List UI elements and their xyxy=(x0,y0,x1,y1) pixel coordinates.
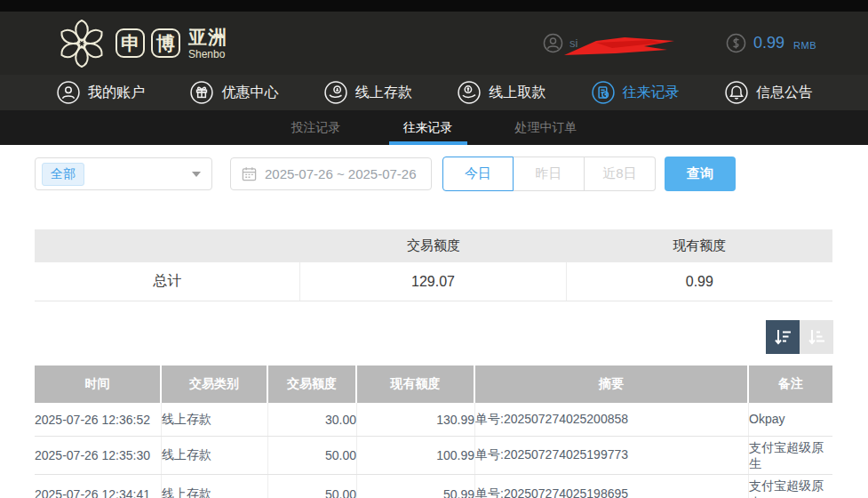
nav-label: 优惠中心 xyxy=(221,84,278,102)
cell-summary: 单号:202507274025198695 xyxy=(475,475,749,498)
category-dropdown[interactable]: 全部 xyxy=(35,157,212,190)
flower-logo-icon xyxy=(55,17,108,70)
bell-icon xyxy=(725,81,748,104)
date-range-input[interactable]: 2025-07-26 ~ 2025-07-26 xyxy=(230,157,432,190)
table-row: 2025-07-26 12:34:41 线上存款 50.00 50.99 单号:… xyxy=(35,475,832,498)
today-button[interactable]: 今日 xyxy=(442,157,514,191)
main-nav: 我的账户 优惠中心 线上存款 线上取款 往来记录 xyxy=(0,75,868,110)
top-strip xyxy=(0,0,868,12)
last-8-days-button[interactable]: 近8日 xyxy=(585,157,656,191)
col-header-time: 时间 xyxy=(35,365,162,403)
query-button[interactable]: 查询 xyxy=(665,157,736,191)
subnav-item-transaction-records[interactable]: 往来记录 xyxy=(389,110,467,145)
cell-type: 线上存款 xyxy=(162,475,268,498)
category-selected-chip: 全部 xyxy=(42,163,84,186)
cell-amount: 50.00 xyxy=(268,475,357,498)
col-header-type: 交易类别 xyxy=(162,365,268,403)
cell-type: 线上存款 xyxy=(162,437,268,474)
withdraw-icon xyxy=(458,81,481,104)
cell-note: 支付宝超级原生 xyxy=(749,475,832,498)
logo-char-box: 申 xyxy=(115,28,145,58)
table-header-row: 时间 交易类别 交易额度 现有额度 摘要 备注 xyxy=(35,365,832,403)
chevron-down-icon xyxy=(192,172,201,177)
deposit-icon xyxy=(324,81,347,104)
logo-region-text: 亚洲 xyxy=(188,28,227,46)
sort-asc-icon xyxy=(807,327,826,347)
cell-time: 2025-07-26 12:36:52 xyxy=(35,403,162,436)
nav-item-deposit[interactable]: 线上存款 xyxy=(324,81,412,104)
filter-bar: 全部 2025-07-26 ~ 2025-07-26 今日 昨日 近8日 查询 xyxy=(35,157,833,191)
nav-item-promotions[interactable]: 优惠中心 xyxy=(190,81,278,104)
nav-label: 线上取款 xyxy=(489,84,545,102)
main-content: 全部 2025-07-26 ~ 2025-07-26 今日 昨日 近8日 查询 … xyxy=(0,157,868,498)
sort-descending-button[interactable] xyxy=(766,320,800,354)
cell-balance: 50.99 xyxy=(357,475,475,498)
nav-label: 往来记录 xyxy=(623,84,680,102)
quick-date-group: 今日 昨日 近8日 xyxy=(442,157,656,191)
subnav-item-bet-records[interactable]: 投注记录 xyxy=(277,110,355,145)
cell-amount: 50.00 xyxy=(268,437,357,474)
site-header: 申 博 亚洲 Shenbo si 0.99 RMB xyxy=(0,12,868,75)
cell-summary: 单号:202507274025199773 xyxy=(475,437,749,474)
sort-controls xyxy=(35,320,833,354)
yesterday-button[interactable]: 昨日 xyxy=(514,157,585,191)
summary-header-balance: 现有额度 xyxy=(567,229,832,262)
nav-item-withdraw[interactable]: 线上取款 xyxy=(458,81,545,104)
summary-total-label: 总计 xyxy=(35,262,300,301)
summary-table: 交易额度 现有额度 总计 129.07 0.99 xyxy=(35,229,832,301)
cell-note: Okpay xyxy=(749,403,832,436)
table-row: 2025-07-26 12:36:52 线上存款 30.00 130.99 单号… xyxy=(35,403,832,437)
nav-item-announcements[interactable]: 信息公告 xyxy=(725,81,813,104)
nav-label: 信息公告 xyxy=(756,84,813,102)
subnav-label: 投注记录 xyxy=(291,120,341,136)
nav-item-my-account[interactable]: 我的账户 xyxy=(57,81,145,104)
transactions-table: 时间 交易类别 交易额度 现有额度 摘要 备注 2025-07-26 12:36… xyxy=(35,365,832,498)
nav-label: 线上存款 xyxy=(355,84,412,102)
record-subnav: 投注记录 往来记录 处理中订单 xyxy=(0,110,868,145)
col-header-amount: 交易额度 xyxy=(268,365,357,403)
balance-currency: RMB xyxy=(793,36,816,51)
user-account-chip[interactable]: si xyxy=(543,30,676,57)
summary-header-transaction: 交易额度 xyxy=(300,229,566,262)
dollar-circle-icon xyxy=(726,33,746,53)
subnav-item-pending-orders[interactable]: 处理中订单 xyxy=(501,110,592,145)
summary-total-row: 总计 129.07 0.99 xyxy=(35,262,832,301)
user-avatar-icon xyxy=(543,33,563,53)
sort-desc-icon xyxy=(773,327,792,347)
calendar-icon xyxy=(242,166,257,181)
nav-item-records[interactable]: 往来记录 xyxy=(592,81,680,104)
cell-balance: 130.99 xyxy=(357,403,475,436)
subnav-label: 往来记录 xyxy=(403,120,453,136)
cell-amount: 30.00 xyxy=(268,403,357,436)
logo-char-box: 博 xyxy=(151,28,180,58)
nav-label: 我的账户 xyxy=(88,84,145,102)
balance-amount: 0.99 xyxy=(753,34,784,52)
table-row: 2025-07-26 12:35:30 线上存款 50.00 100.99 单号… xyxy=(35,437,832,475)
date-range-value: 2025-07-26 ~ 2025-07-26 xyxy=(265,166,417,181)
logo-subtitle: Shenbo xyxy=(188,49,227,60)
redaction-scribble xyxy=(562,30,676,59)
logo-char-2: 博 xyxy=(156,31,175,56)
cell-type: 线上存款 xyxy=(162,403,268,436)
summary-current-balance: 0.99 xyxy=(567,262,832,301)
summary-transaction-total: 129.07 xyxy=(300,262,566,301)
col-header-note: 备注 xyxy=(749,365,832,403)
cell-time: 2025-07-26 12:34:41 xyxy=(35,475,162,498)
summary-header-empty xyxy=(35,229,300,262)
cell-summary: 单号:202507274025200858 xyxy=(475,403,749,436)
cell-time: 2025-07-26 12:35:30 xyxy=(35,437,162,474)
account-icon xyxy=(57,81,80,104)
site-logo[interactable]: 申 博 亚洲 Shenbo xyxy=(55,17,227,70)
col-header-summary: 摘要 xyxy=(475,365,749,403)
col-header-balance: 现有额度 xyxy=(357,365,475,403)
records-icon xyxy=(592,81,615,104)
cell-balance: 100.99 xyxy=(357,437,475,474)
balance-display[interactable]: 0.99 RMB xyxy=(726,33,816,53)
subnav-label: 处理中订单 xyxy=(515,120,577,136)
summary-header-row: 交易额度 现有额度 xyxy=(35,229,832,262)
sort-ascending-button[interactable] xyxy=(800,320,833,354)
logo-char-1: 申 xyxy=(121,31,139,56)
gift-icon xyxy=(190,81,213,104)
cell-note: 支付宝超级原生 xyxy=(749,437,832,474)
